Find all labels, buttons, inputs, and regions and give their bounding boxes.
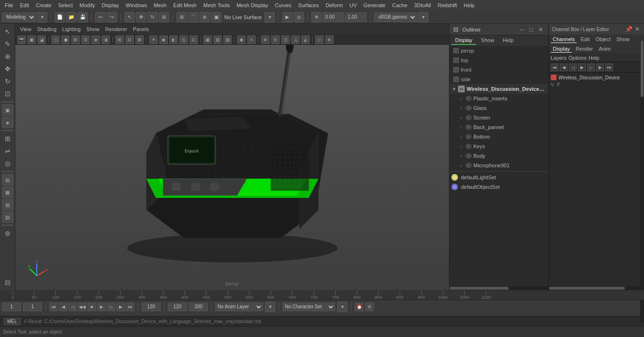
viewport-menu-panels[interactable]: Panels [131, 25, 151, 33]
colorspace-select[interactable]: sRGB gamma [374, 12, 417, 22]
render-btn[interactable]: ▶ [282, 12, 293, 22]
menu-uv[interactable]: UV [347, 1, 360, 9]
outliner-tab-display[interactable]: Display [451, 36, 476, 45]
outliner-hscroll-thumb[interactable] [449, 287, 509, 290]
auto-key-btn[interactable]: ⏰ [355, 303, 363, 311]
outliner-hscroll[interactable] [449, 286, 548, 290]
menu-curves[interactable]: Curves [272, 1, 295, 9]
menu-mesh-tools[interactable]: Mesh Tools [200, 1, 232, 9]
outliner-back-pannel[interactable]: ○ Back_pannel [449, 122, 548, 132]
vp-grid-btn[interactable]: ⊞ [115, 35, 124, 44]
bottom-vis-circle[interactable]: ○ [457, 133, 465, 141]
outliner-lightset[interactable]: defaultLightSet [449, 173, 548, 182]
vp-extra-btn[interactable]: ⊕ [261, 35, 270, 44]
vp-cam2-btn[interactable]: ▣ [27, 35, 36, 44]
vp-cam3-btn[interactable]: ◪ [37, 35, 46, 44]
outliner-view-top[interactable]: 🎥 top [449, 55, 548, 65]
menu-mesh[interactable]: Mesh [151, 1, 169, 9]
menu-edit[interactable]: Edit [17, 1, 32, 9]
menu-select[interactable]: Select [55, 1, 76, 9]
current-frame-input[interactable] [23, 303, 42, 311]
vp-view4[interactable]: ⊟ [81, 35, 90, 44]
vp-view2[interactable]: ◼ [61, 35, 70, 44]
vp-light2-btn[interactable]: ◉ [159, 35, 168, 44]
outliner-screen[interactable]: ○ Screen [449, 113, 548, 122]
prev-frame-btn[interactable]: ◀ [59, 303, 67, 311]
body-vis-circle[interactable]: ○ [457, 152, 465, 160]
outliner-bottom[interactable]: ○ Bottom [449, 132, 548, 141]
display-group1[interactable]: ▤ [2, 174, 13, 185]
vp-shadow-btn[interactable]: ◐ [169, 35, 178, 44]
value1-input[interactable] [323, 12, 344, 22]
menu-create[interactable]: Create [33, 1, 55, 9]
scene-icon[interactable]: ⊚ [2, 228, 13, 239]
root-expand-icon[interactable]: ▼ [451, 86, 457, 92]
viewport-menu-renderer[interactable]: Renderer [103, 25, 129, 33]
vp-extra5-btn[interactable]: ◭ [301, 35, 310, 44]
snap-grid-btn[interactable]: ⊞ [176, 12, 187, 22]
select-icon[interactable]: ↖ [2, 26, 13, 37]
dr-tab-display[interactable]: Display [551, 45, 572, 53]
snap-surface-btn[interactable]: ▣ [211, 12, 221, 22]
dr-tab-render[interactable]: Render [574, 45, 595, 52]
menu-3dtoall[interactable]: 3DtoAll [411, 1, 434, 9]
save-btn[interactable]: 💾 [77, 12, 88, 22]
display-group2[interactable]: ▦ [2, 186, 13, 198]
mesh-tools-group[interactable]: ▣ [2, 104, 13, 116]
cb-vscroll-thumb[interactable] [641, 41, 644, 97]
snap-btn[interactable]: ⊞ [2, 133, 13, 144]
max-frame-input[interactable] [189, 303, 208, 311]
vp-tex-btn[interactable]: ⊡ [189, 35, 198, 44]
vp-obj2-btn[interactable]: ▧ [213, 35, 222, 44]
anim-layer-select[interactable]: No Anim Layer [215, 303, 263, 311]
stop-btn[interactable]: ■ [87, 303, 96, 311]
viewport-menu-show[interactable]: Show [85, 25, 102, 33]
outliner-tab-show[interactable]: Show [477, 36, 498, 45]
rotate-tool-btn[interactable]: ↻ [147, 12, 158, 22]
outliner-view-persp[interactable]: 🎥 persp [449, 46, 548, 55]
select-tool-btn[interactable]: ↖ [124, 12, 135, 22]
lo-tab-help[interactable]: Help [589, 55, 600, 61]
vp-extra2-btn[interactable]: ⊖ [271, 35, 280, 44]
menu-help[interactable]: Help [461, 1, 478, 9]
keys-vis-circle[interactable]: ○ [457, 142, 465, 150]
vp-view5[interactable]: ◈ [91, 35, 100, 44]
viewport[interactable]: Enpush View Shading Li [15, 24, 449, 290]
value2-input[interactable] [345, 12, 367, 22]
lasso-icon[interactable]: ⊕ [2, 51, 13, 62]
undo-btn[interactable]: ↩ [95, 12, 106, 22]
outliner-glass[interactable]: ○ Glass [449, 103, 548, 113]
scale-tool-btn[interactable]: ⊞ [159, 12, 169, 22]
viewport-menu-shading[interactable]: Shading [35, 25, 58, 33]
back-vis-circle[interactable]: ○ [457, 123, 465, 131]
lo-tab-layers[interactable]: Layers [551, 55, 567, 61]
outliner-root-node[interactable]: ▼ W Wireless_Discussion_Device_with_ [449, 84, 548, 94]
mode-dropdown-btn[interactable]: ▾ [37, 12, 47, 22]
viewport-menu-lighting[interactable]: Lighting [60, 25, 83, 33]
outliner-objectset[interactable]: defaultObjectSet [449, 182, 548, 192]
play-forward-btn[interactable]: ▶ [97, 303, 106, 311]
outliner-plastic-inserts[interactable]: ○ Plastic_inserts [449, 94, 548, 103]
outliner-view-front[interactable]: 🎥 front [449, 65, 548, 75]
menu-redshift[interactable]: Redshift [435, 1, 459, 9]
cb-next-btn[interactable]: ⏭ [605, 64, 613, 71]
menu-deform[interactable]: Deform [323, 1, 346, 9]
scale-icon[interactable]: ⊡ [2, 88, 13, 99]
menu-file[interactable]: File [2, 1, 16, 9]
cb-close-btn[interactable]: ✕ [633, 25, 641, 33]
cb-hscroll-thumb[interactable] [549, 287, 625, 290]
next-frame-btn[interactable]: ▶ [116, 303, 125, 311]
dr-tab-anim[interactable]: Anim [597, 45, 612, 52]
vp-view1[interactable]: ◻ [51, 35, 60, 44]
freeze-btn[interactable]: ❄ [311, 12, 322, 22]
vp-extra3-btn[interactable]: ◫ [281, 35, 290, 44]
move-tool-btn[interactable]: ✥ [136, 12, 146, 22]
char-set-select[interactable]: No Character Set [283, 303, 335, 311]
vp-hud-btn[interactable]: ⊕ [325, 35, 334, 44]
colorspace-dropdown[interactable]: ▾ [418, 12, 428, 22]
anim-end-input[interactable] [142, 303, 161, 311]
outliner-minimize-btn[interactable]: ─ [518, 26, 525, 33]
vp-view3[interactable]: ⊞ [71, 35, 80, 44]
char-set-dropdown[interactable]: ▾ [337, 302, 348, 312]
display-group3[interactable]: ▧ [2, 199, 13, 210]
